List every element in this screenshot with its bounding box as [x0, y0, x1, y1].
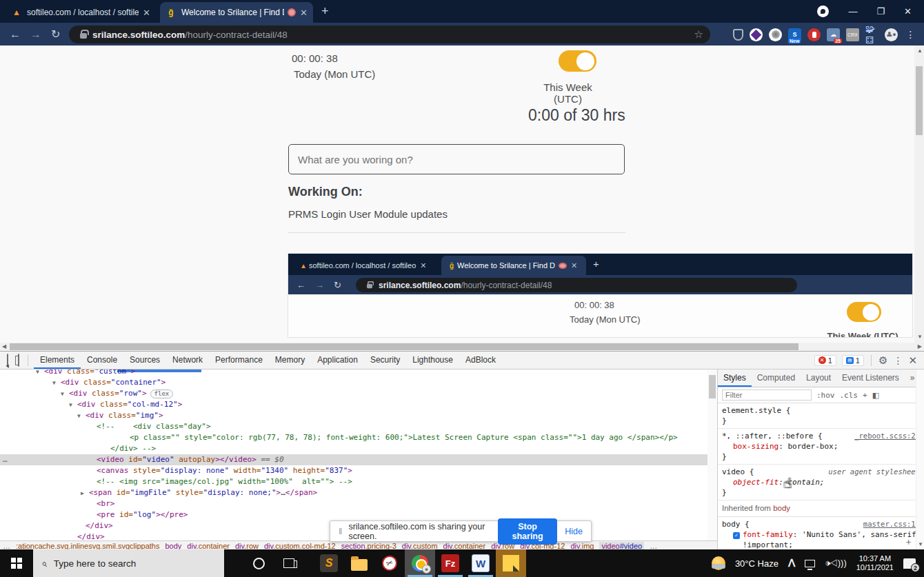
taskbar-filezilla-button[interactable]: Fz	[435, 549, 465, 577]
working-on-input[interactable]	[288, 144, 625, 174]
devtools-tab-elements[interactable]: Elements	[34, 352, 81, 369]
flex-badge[interactable]: flex	[150, 389, 174, 398]
scrollbar-thumb[interactable]	[916, 66, 923, 135]
breadcrumb-item[interactable]: div.container	[443, 542, 486, 550]
inspect-element-icon[interactable]	[7, 354, 8, 367]
console-error-badge[interactable]: ✕1	[814, 355, 836, 366]
devtools-tree-line[interactable]: ▼<div class="img">	[0, 410, 707, 421]
cortana-button[interactable]	[243, 549, 274, 577]
css-rule[interactable]: _reboot.scss:22*, ::after, ::before {box…	[718, 429, 924, 465]
devtools-tab-security[interactable]: Security	[364, 352, 406, 369]
browser-tab-softileo[interactable]: ▲ softileo.com / localhost / softileo ✕	[6, 2, 156, 23]
property-checkbox[interactable]: ✓	[733, 532, 740, 539]
profile-avatar[interactable]: 👤︎●	[885, 28, 898, 41]
window-close-button[interactable]: ✕	[904, 6, 912, 17]
taskbar-notes-button[interactable]	[496, 549, 526, 577]
devtools-tab-adblock[interactable]: AdBlock	[459, 352, 502, 369]
hov-toggle[interactable]: :hov	[816, 391, 835, 400]
devtools-tree-line[interactable]: <p class="" style="color: rgb(77, 78, 78…	[0, 432, 707, 443]
breadcrumb-item[interactable]: div.custom.col-md-12	[264, 542, 336, 550]
scroll-down-arrow[interactable]: ▼	[918, 540, 923, 549]
network-icon[interactable]	[805, 560, 815, 567]
taskbar-explorer-button[interactable]	[344, 549, 374, 577]
crx-extension-icon[interactable]: CRX	[846, 28, 859, 41]
tab-close-icon[interactable]: ✕	[143, 8, 150, 18]
taskbar-snipping-button[interactable]: ✂	[374, 549, 405, 577]
breadcrumb-item[interactable]: div.row	[235, 542, 259, 550]
breadcrumb-item[interactable]: div.img	[570, 542, 594, 550]
console-message-badge[interactable]: ▤1	[842, 355, 864, 366]
browser-menu-icon[interactable]: ⋮	[904, 28, 917, 41]
styles-sidebar-tab-layout[interactable]: Layout	[801, 370, 836, 387]
elements-panel-scrollbar[interactable]	[707, 370, 717, 540]
styles-sidebar-tab-computed[interactable]: Computed	[752, 370, 801, 387]
devtools-tab-lighthouse[interactable]: Lighthouse	[406, 352, 459, 369]
taskbar-sublime-button[interactable]: S	[314, 549, 344, 577]
devtools-tab-sources[interactable]: Sources	[123, 352, 166, 369]
css-rule[interactable]: master.css:16body {✓font-family: 'Nunito…	[718, 517, 924, 549]
add-rule-button[interactable]: ＋	[904, 536, 913, 547]
red-circle-extension-icon[interactable]	[807, 28, 821, 41]
new-style-rule-button[interactable]: +	[863, 391, 867, 400]
devtools-tree-line[interactable]: ▼<div class="row">flex	[0, 388, 707, 399]
devtools-tab-performance[interactable]: Performance	[209, 352, 269, 369]
styles-sidebar-tab-styles[interactable]: Styles	[718, 370, 752, 387]
page-horizontal-scrollbar[interactable]: ◀ ▶	[0, 343, 924, 351]
bookmark-star-icon[interactable]: ☆	[694, 28, 703, 41]
devtools-settings-icon[interactable]: ⚙	[878, 354, 887, 367]
devtools-tab-application[interactable]: Application	[311, 352, 364, 369]
taskbar-clock[interactable]: 10:37 AM 10/11/2021	[856, 554, 894, 572]
tree-expand-arrow[interactable]: ▼	[77, 411, 86, 422]
breadcrumb-item[interactable]: section.pricing-3	[341, 542, 396, 550]
stylesheet-link[interactable]: _reboot.scss:22	[854, 431, 920, 441]
css-property[interactable]: box-sizing: border-box;	[722, 441, 920, 452]
purple-extension-icon[interactable]	[750, 28, 763, 41]
taskbar-chrome-button[interactable]: ●	[405, 549, 435, 577]
breadcrumb-item[interactable]: div.container	[187, 542, 230, 550]
breadcrumb-item[interactable]: …	[3, 542, 10, 550]
css-property[interactable]: object-fit: contain;	[722, 477, 920, 487]
device-toolbar-icon[interactable]	[15, 354, 19, 367]
extensions-puzzle-icon[interactable]: 🧩︎⚃	[865, 28, 878, 41]
inherited-target-link[interactable]: body	[773, 504, 790, 512]
shield-extension-icon[interactable]	[733, 29, 743, 41]
timer-toggle[interactable]	[559, 50, 596, 72]
new-tab-button[interactable]: +	[321, 4, 329, 19]
scroll-left-arrow[interactable]: ◀	[2, 343, 6, 351]
devtools-tree-line[interactable]: <!-- <div class="day">	[0, 421, 707, 432]
tree-expand-arrow[interactable]: ▶	[81, 488, 89, 499]
address-bar[interactable]: srilance.softileo.com/hourly-contract-de…	[69, 26, 710, 43]
badge-25-extension-icon[interactable]: ☁25	[827, 28, 840, 41]
devtools-menu-icon[interactable]: ⋮	[893, 355, 903, 366]
similarweb-extension-icon[interactable]: SNew	[788, 28, 801, 41]
breadcrumb-item[interactable]: div.custom	[402, 542, 438, 550]
devtools-close-icon[interactable]: ✕	[908, 354, 917, 367]
devtools-tree-line[interactable]: <br>	[0, 498, 707, 509]
taskbar-search-box[interactable]: ⌕ Type here to search	[33, 549, 224, 577]
gray-circle-extension-icon[interactable]	[769, 28, 782, 41]
devtools-tab-network[interactable]: Network	[166, 352, 209, 369]
breadcrumb-item[interactable]: :ationcache.svg.inlinesvg.smil.svgclippa…	[16, 542, 160, 550]
scroll-up-arrow[interactable]: ▲	[917, 47, 923, 55]
devtools-tree-line[interactable]: …<video id="video" autoplay></video> == …	[0, 454, 707, 465]
breadcrumb-item[interactable]: …	[650, 542, 657, 550]
devtools-tree-line[interactable]: <canvas style="display: none" width="134…	[0, 465, 707, 476]
devtools-tree-line[interactable]: ▶<span id="imgFile" style="display: none…	[0, 487, 707, 498]
taskbar-word-button[interactable]: W	[465, 549, 496, 577]
tab-close-icon[interactable]: ✕	[300, 8, 308, 18]
styles-panel-scrollbar[interactable]: ▼	[916, 370, 924, 550]
scroll-down-arrow[interactable]: ▼	[917, 333, 923, 341]
start-button[interactable]	[0, 549, 33, 577]
devtools-tab-memory[interactable]: Memory	[269, 352, 311, 369]
devtools-tree-line[interactable]: <!-- <img src="images/col.jpg" width="10…	[0, 476, 707, 487]
css-property[interactable]: ✓font-family: 'Nunito Sans', sans-serif …	[722, 529, 920, 549]
cls-toggle[interactable]: .cls	[840, 391, 858, 400]
styles-sidebar-tab-event-listeners[interactable]: Event Listeners	[836, 370, 905, 387]
page-vertical-scrollbar[interactable]: ▲ ▼	[914, 45, 924, 343]
scrollbar-thumb[interactable]	[10, 343, 799, 350]
devtools-tree-line[interactable]: ▼<div class="col-md-12">	[0, 399, 707, 410]
task-view-button[interactable]	[274, 549, 304, 577]
browser-tab-srilance[interactable]: ğ Welcome to Srilance | Find D ✕	[160, 2, 313, 23]
hide-link[interactable]: Hide	[565, 527, 583, 536]
stylesheet-link[interactable]: master.css:16	[863, 519, 920, 529]
